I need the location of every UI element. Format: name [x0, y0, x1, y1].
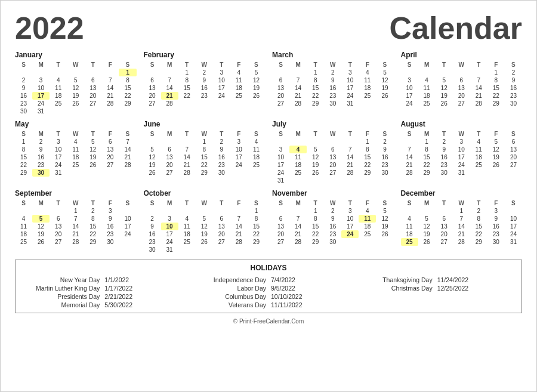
- cal-day: 28: [289, 238, 307, 246]
- month-name: June: [144, 120, 266, 128]
- day-header: M: [32, 130, 50, 138]
- cal-day: 14: [119, 146, 136, 153]
- cal-day: 11: [178, 223, 196, 230]
- cal-day: 8: [196, 146, 213, 153]
- cal-day: 20: [505, 153, 522, 161]
- holiday-item: Thanksgiving Day11/24/2022: [354, 276, 516, 284]
- day-header: S: [376, 130, 393, 138]
- cal-table: SMTWTFS123456789101112131415161718192021…: [272, 61, 394, 107]
- cal-day: 1: [248, 207, 265, 215]
- cal-day: 7: [67, 215, 84, 223]
- footer: © Print-FreeCalendar.Com: [15, 318, 522, 325]
- cal-day: 24: [453, 161, 470, 169]
- cal-day: 16: [324, 223, 341, 230]
- cal-day: 28: [341, 169, 359, 177]
- cal-day: 29: [15, 169, 32, 177]
- cal-day: 28: [101, 100, 119, 107]
- cal-day: [289, 207, 307, 215]
- holidays-section: HOLIDAYS New Year Day1/1/2022Martin Luth…: [15, 260, 522, 313]
- cal-day: 1: [418, 138, 436, 146]
- day-header: T: [84, 61, 101, 69]
- cal-table: SMTWTFS123456789101112131415161718192021…: [144, 199, 266, 254]
- cal-day: [144, 69, 161, 76]
- cal-day: [144, 207, 161, 215]
- cal-day: 12: [32, 223, 50, 230]
- cal-day: 24: [32, 100, 50, 107]
- cal-day: 27: [144, 100, 161, 107]
- cal-day: 9: [324, 76, 341, 84]
- cal-day: 13: [101, 146, 119, 153]
- cal-day: 11: [359, 215, 376, 223]
- day-header: M: [161, 199, 178, 207]
- cal-day: 15: [487, 84, 505, 92]
- cal-day: [50, 207, 67, 215]
- cal-day: 15: [307, 223, 324, 230]
- cal-day: [324, 177, 341, 184]
- cal-day: 29: [418, 169, 436, 177]
- cal-day: 3: [341, 69, 359, 76]
- cal-day: 16: [376, 153, 393, 161]
- day-header: T: [178, 199, 196, 207]
- cal-day: 6: [213, 215, 230, 223]
- cal-day: 26: [248, 92, 265, 100]
- cal-day: 23: [505, 92, 522, 100]
- cal-day: 29: [119, 100, 136, 107]
- cal-day: 13: [505, 146, 522, 153]
- cal-day: 8: [248, 215, 265, 223]
- cal-day: 13: [272, 84, 289, 92]
- holiday-item: Martin Luther King Day1/17/2022: [21, 284, 183, 292]
- cal-day: [248, 100, 265, 107]
- holiday-column: Thanksgiving Day11/24/2022Christmas Day1…: [354, 276, 516, 309]
- cal-day: 8: [487, 76, 505, 84]
- holiday-item: Veterans Day11/11/2022: [188, 301, 350, 309]
- cal-day: 11: [289, 153, 307, 161]
- day-header: F: [487, 130, 505, 138]
- cal-day: 3: [272, 146, 289, 153]
- cal-day: 18: [289, 161, 307, 169]
- cal-day: 16: [144, 230, 161, 238]
- cal-day: [119, 169, 136, 177]
- day-header: T: [50, 130, 67, 138]
- month-block-july: JulySMTWTFS12345678910111213141516171819…: [272, 120, 394, 184]
- cal-day: 29: [196, 169, 213, 177]
- day-header: S: [248, 199, 265, 207]
- cal-day: 2: [470, 207, 487, 215]
- cal-day: 8: [119, 76, 136, 84]
- month-block-march: MarchSMTWTFS1234567891011121314151617181…: [272, 51, 394, 115]
- holiday-item: Christmas Day12/25/2022: [354, 284, 516, 292]
- day-header: T: [436, 130, 453, 138]
- cal-day: 26: [144, 169, 161, 177]
- cal-day: 20: [453, 92, 470, 100]
- cal-day: 12: [84, 146, 101, 153]
- cal-day: 30: [505, 100, 522, 107]
- cal-day: 2: [196, 69, 213, 76]
- cal-day: [67, 169, 84, 177]
- holiday-date: 10/10/2022: [271, 293, 349, 300]
- day-header: W: [196, 130, 213, 138]
- cal-day: 10: [32, 84, 50, 92]
- cal-day: 8: [15, 146, 32, 153]
- cal-day: 20: [213, 230, 230, 238]
- day-header: S: [15, 130, 32, 138]
- cal-day: 12: [144, 153, 161, 161]
- cal-day: 10: [401, 84, 418, 92]
- cal-day: 19: [144, 161, 161, 169]
- cal-day: 12: [376, 215, 393, 223]
- cal-day: 1: [307, 69, 324, 76]
- cal-day: 27: [213, 238, 230, 246]
- cal-day: 31: [50, 169, 67, 177]
- month-block-october: OctoberSMTWTFS12345678910111213141516171…: [144, 189, 266, 254]
- cal-day: 21: [67, 230, 84, 238]
- cal-day: [196, 207, 213, 215]
- cal-day: [119, 238, 136, 246]
- cal-day: 6: [84, 76, 101, 84]
- holiday-date: 7/4/2022: [271, 276, 349, 283]
- cal-day: 21: [119, 153, 136, 161]
- holiday-item: New Year Day1/1/2022: [21, 276, 183, 284]
- cal-day: [101, 169, 119, 177]
- cal-day: [272, 138, 289, 146]
- cal-day: 4: [178, 215, 196, 223]
- cal-day: 14: [161, 84, 178, 92]
- holiday-date: 12/25/2022: [437, 285, 516, 292]
- cal-day: 18: [50, 92, 67, 100]
